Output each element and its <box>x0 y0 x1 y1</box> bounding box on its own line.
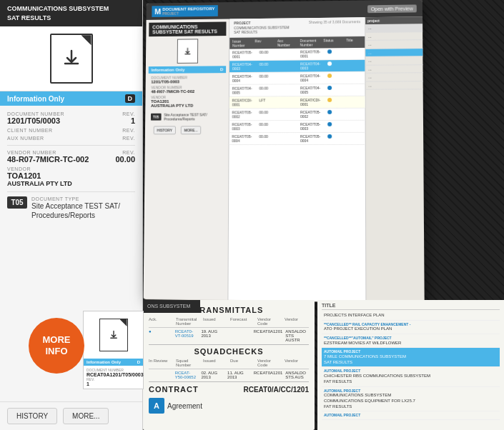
doc-icon-area <box>0 26 142 91</box>
repo-right-item-active: ... <box>365 49 423 57</box>
right-list-item: PROJECTS INTERFACE PLAN <box>322 311 500 321</box>
col-trans-num: Transmittal Number <box>176 317 200 326</box>
transmittals-columns: Ack. Transmittal Number Issued Forecast … <box>149 317 309 328</box>
repo-vendor-name-field: VENDOR TOA1201AUSTRALIA PTY LTD <box>151 95 223 108</box>
repo-vendor-name-value: TOA1201AUSTRALIA PTY LTD <box>151 99 223 108</box>
contract-title: CONTRACT <box>149 385 199 394</box>
col-acc: Acc Number <box>277 39 293 47</box>
squadchecks-columns: In Review Squad Number Issued Due Vendor… <box>149 359 309 369</box>
repo-project-info: PROJECT COMMUNICATIONS SUBSYSTEM SAT RES… <box>234 20 290 34</box>
repo-right-list: project ... ... ... ... ... ... ... ... <box>365 16 425 302</box>
col-vendor-code: Vendor Code <box>257 317 282 326</box>
repo-info-label: Information Only <box>152 68 185 72</box>
repo-main-header: PROJECT COMMUNICATIONS SUBSYSTEM SAT RES… <box>229 17 365 37</box>
aux-rev-label: REV. <box>122 136 135 141</box>
doc-type-label: DOCUMENT TYPE <box>31 196 120 201</box>
col-status: Status <box>323 38 339 46</box>
small-doc-icon <box>99 319 128 351</box>
doc-type-row: T05 DOCUMENT TYPE Site Acceptance TEST S… <box>7 196 135 220</box>
table-row: RCEAT/T04-0004 00.00 RCEAT/T04-0004 <box>229 71 365 84</box>
repo-right-item: ... <box>365 73 423 81</box>
squad-due: 11. AUG 2013 <box>227 371 251 379</box>
trans-forecast <box>227 329 251 342</box>
open-with-button[interactable]: Open with Preview <box>367 4 417 13</box>
trans-vendor-code: RCEAT0A1201 <box>254 329 283 342</box>
small-fields: DOCUMENT NUMBER RCEAT0A1201/T05/0003 REV… <box>84 366 143 389</box>
repo-fields: DOCUMENT NUMBER 1201/T05-0003 VENDOR NUM… <box>148 73 226 111</box>
small-doc-num-value: RCEAT0A1201/T05/0003 <box>87 372 140 377</box>
col-squad-vendor: Vendor Code <box>257 359 282 367</box>
col-due: Due <box>230 359 255 367</box>
repo-history-button[interactable]: HISTORY <box>154 126 176 134</box>
info-only-label: Information Only <box>7 95 64 103</box>
right-list-item: AUTOMAIL PROJECT <box>322 411 500 420</box>
left-panel-header: COMMUNICATIONS SUBSYSTEM SAT RESULTS <box>0 0 142 26</box>
squad-number[interactable]: RCEAT-Y50-00652 <box>175 371 199 379</box>
repo-right-item: ... <box>365 81 423 90</box>
doc-number-value: 1201/T05/0003 <box>7 116 64 125</box>
more-info-label: MOREINFO <box>43 334 71 356</box>
contract-row: CONTRACT RCEAT0/A/CC/1201 <box>149 385 309 394</box>
right-list-item: AUTOMAIL PROJECT COMMUNICATIONS SUBSYSTE… <box>322 387 500 412</box>
client-number-row: CLIENT NUMBER REV. <box>7 128 135 133</box>
trans-number[interactable]: RCEAT0-VT-00519 <box>175 329 199 342</box>
divider1 <box>7 145 135 146</box>
small-rev-value: 1 <box>87 381 94 386</box>
repo-right-item: ... <box>365 65 423 74</box>
doc-number-row: DOCUMENT NUMBER 1201/T05/0003 REV. 1 <box>7 111 135 125</box>
squad-vendor: ANSALDO STS AUS <box>285 371 309 379</box>
repo-vendor-field: VENDOR NUMBER 48-R07-7MICR-TC-002 <box>151 85 223 94</box>
info-only-bar: Information Only D <box>0 91 142 106</box>
squadcheck-row: RCEAT-Y50-00652 02. AUG 2013 11. AUG 201… <box>149 371 309 379</box>
download-icon <box>61 48 82 69</box>
table-row: RCEAT/T05-0001 00.00 RCEAT/T05-0001 <box>229 47 365 60</box>
panel-buttons: HISTORY MORE... <box>0 401 142 430</box>
right-title-header: Title <box>322 303 500 310</box>
repo-right-item: ... <box>365 24 423 32</box>
repo-more-button[interactable]: MORE... <box>181 126 202 134</box>
transmittal-row: ● RCEAT0-VT-00519 19. AUG 2013 RCEAT0A12… <box>149 329 309 342</box>
col-vendor: Vendor <box>285 317 309 326</box>
vendor-number-label: VENDOR NUMBER <box>7 150 89 155</box>
right-list-item: **CANCELLED** RAIL CAPACITY ENHANCEMENT … <box>322 321 500 334</box>
aux-number-label: AUX NUMBER <box>7 136 44 141</box>
more-button[interactable]: MORE... <box>63 408 109 424</box>
trans-vendor: ANSALDO STS AUSTR <box>285 329 309 342</box>
repo-main-table: PROJECT COMMUNICATIONS SUBSYSTEM SAT RES… <box>228 17 365 301</box>
right-list-item: AUTOMAIL PROJECT CHICHESTER RBS COMMUNIC… <box>322 367 500 386</box>
squad-vendor-code: RCEAT0A1201 <box>254 371 283 379</box>
table-row: RCEAT/T04-0005 00.00 RCEAT/T04-0005 <box>229 84 365 96</box>
more-info-button[interactable]: MOREINFO <box>29 318 84 374</box>
panel-title-line1: COMMUNICATIONS SUBSYSTEM <box>7 4 135 14</box>
col-ack: Ack. <box>149 317 173 326</box>
divider-transmittals <box>149 344 309 345</box>
d-badge: D <box>125 94 136 103</box>
agreement-label: Agreement <box>167 402 202 410</box>
col-squad-vendor2: Vendor <box>285 359 309 367</box>
agreement-badge: A <box>149 398 164 414</box>
col-title: Title <box>346 38 362 46</box>
right-list-item-active: AUTOMAIL PROJECT 7 MILE COMMUNICATIONS S… <box>322 348 500 367</box>
trans-ack: ● <box>149 329 172 342</box>
repo-vendor-value: 48-R07-7MICR-TC-002 <box>151 89 223 94</box>
bottom-center-panel: TRANSMITTALS Ack. Transmittal Number Iss… <box>143 300 315 430</box>
doc-type-value: Site Acceptance TEST SAT/Procedures/Repo… <box>31 201 120 220</box>
document-icon <box>50 34 93 84</box>
bottom-label-band: ONS SUBSYSTEM <box>143 300 200 313</box>
small-download-icon <box>109 330 119 340</box>
center-document-repository: M DOCUMENT REPOSITORY PROJECT Open with … <box>144 0 425 304</box>
right-list-item: **CANCELLED**"AUTOMAIL" PROJECT EZSTREAM… <box>322 334 500 348</box>
list-item-text: PROJECTS INTERFACE PLAN <box>324 313 385 317</box>
bottom-right-panel: Title PROJECTS INTERFACE PLAN **CANCELLE… <box>317 300 504 430</box>
small-info-label: Information Only <box>87 360 121 364</box>
table-row: RCEAT/T05-0004 00.00 RCEAT/T05-0004 <box>229 132 365 144</box>
vendor-sub-value: AUSTRALIA PTY LTD <box>7 180 135 187</box>
panel-title-line2: SAT RESULTS <box>7 14 135 23</box>
trans-issued: 19. AUG 2013 <box>201 329 224 342</box>
table-row: RCEAT/CDI-0001 LFT RCEAT/CDI-0001 <box>229 96 365 109</box>
small-doc-card: Information Only D DOCUMENT NUMBER RCEAT… <box>83 311 144 389</box>
repo-right-item: ... <box>365 56 423 65</box>
repo-doc-type-row: T05 Site Acceptance TEST SAT/Procedures/… <box>148 111 226 122</box>
history-button[interactable]: HISTORY <box>7 408 57 424</box>
bottom-section: TRANSMITTALS Ack. Transmittal Number Iss… <box>143 300 504 430</box>
